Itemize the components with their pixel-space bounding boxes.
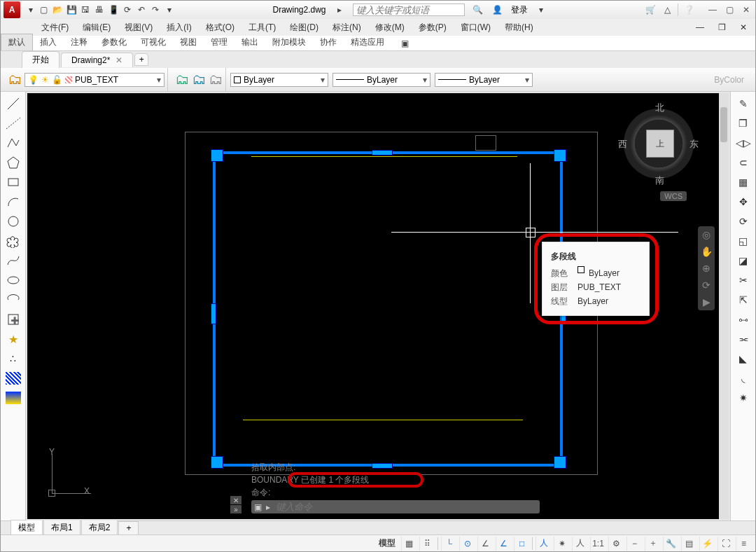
layer-prev-icon[interactable]: 🗂 xyxy=(192,71,206,88)
grip-tl[interactable] xyxy=(211,149,223,162)
fillet-tool[interactable]: ◟ xyxy=(734,369,753,387)
signin-arrow-icon[interactable]: ▾ xyxy=(535,4,547,16)
annotation-scale-label[interactable]: 1:1 xyxy=(590,537,606,551)
tab-drawing2[interactable]: Drawing2* ✕ xyxy=(61,53,133,67)
zoom-minus-icon[interactable]: − xyxy=(626,537,642,551)
zoom-plus-icon[interactable]: ＋ xyxy=(645,537,660,551)
tab-add-button[interactable]: + xyxy=(134,53,148,66)
redo-icon[interactable]: ↷ xyxy=(149,4,162,16)
zoom-extents-icon[interactable]: ⊕ xyxy=(702,263,710,274)
menu-insert[interactable]: 插入(I) xyxy=(161,20,197,35)
ribbon-tab-addins[interactable]: 附加模块 xyxy=(265,34,313,50)
rotate-tool[interactable]: ⟳ xyxy=(734,212,753,230)
point-tool[interactable]: ∴ xyxy=(4,350,23,368)
cmd-terminal-icon[interactable]: ▣ xyxy=(254,502,262,512)
minimize-button[interactable]: — xyxy=(706,5,719,15)
cmd-close-icon[interactable]: ✕ xyxy=(230,496,241,504)
cmd-arrow-icon[interactable]: ▸ xyxy=(266,502,270,512)
menu-tools[interactable]: 工具(T) xyxy=(243,20,281,35)
move-tool[interactable]: ✥ xyxy=(734,193,753,211)
grip-bl[interactable] xyxy=(211,456,223,469)
viewcube[interactable]: 上 北 南 西 东 xyxy=(617,102,701,186)
snap-toggle-icon[interactable]: ⠿ xyxy=(419,537,435,551)
cycling-icon[interactable]: 人 xyxy=(572,537,587,551)
user-icon[interactable]: 👤 xyxy=(491,4,504,16)
app-logo-icon[interactable]: A xyxy=(4,1,20,18)
ribbon-tab-collaborate[interactable]: 协作 xyxy=(313,34,344,50)
viewcube-east-label[interactable]: 东 xyxy=(690,138,699,151)
customize-icon[interactable]: 🔧 xyxy=(663,537,678,551)
status-menu-icon[interactable]: ≡ xyxy=(736,537,751,551)
menu-edit[interactable]: 编辑(E) xyxy=(77,20,116,35)
ribbon-tab-default[interactable]: 默认 xyxy=(1,34,33,50)
command-handle[interactable]: ✕ » xyxy=(230,496,241,513)
hatch-tool[interactable] xyxy=(4,369,23,387)
mobile-icon[interactable]: 📱 xyxy=(107,4,120,16)
polar-toggle-icon[interactable]: ⊙ xyxy=(459,537,475,551)
isodraft-icon[interactable]: ∠ xyxy=(477,537,493,551)
scale-tool[interactable]: ◱ xyxy=(734,232,753,250)
mdi-restore-icon[interactable]: ❐ xyxy=(713,21,732,34)
viewcube-west-label[interactable]: 西 xyxy=(618,138,627,151)
erase-tool[interactable]: ✎ xyxy=(734,95,753,113)
a360-icon[interactable]: △ xyxy=(661,4,673,16)
viewcube-top-face[interactable]: 上 xyxy=(646,130,674,158)
vertical-scrollbar[interactable] xyxy=(719,93,729,519)
open-icon[interactable]: 📂 xyxy=(51,4,64,16)
print-icon[interactable]: 🖶 xyxy=(93,4,106,16)
pan-icon[interactable]: ✋ xyxy=(701,246,713,257)
circle-tool[interactable] xyxy=(4,212,23,230)
saveas-icon[interactable]: 🖫 xyxy=(79,4,92,16)
grip-mid-left[interactable] xyxy=(211,303,216,324)
viewcube-north-label[interactable]: 北 xyxy=(655,102,664,114)
array-tool[interactable]: ▦ xyxy=(734,173,753,191)
grip-br[interactable] xyxy=(554,456,566,469)
cmd-expand-icon[interactable]: » xyxy=(230,505,241,513)
help-search[interactable] xyxy=(353,4,465,16)
linetype-arrow-icon[interactable]: ▾ xyxy=(423,75,427,85)
ribbon-tab-featured[interactable]: 精选应用 xyxy=(344,34,391,50)
menu-draw[interactable]: 绘图(D) xyxy=(284,20,324,35)
mirror-tool[interactable]: ◁▷ xyxy=(734,134,753,152)
menu-parametric[interactable]: 参数(P) xyxy=(413,20,452,35)
isolate-icon[interactable]: ▤ xyxy=(681,537,696,551)
layer-iso-icon[interactable]: 🗂 xyxy=(175,71,189,88)
grip-mid-top[interactable] xyxy=(372,150,393,156)
undo-icon[interactable]: ↶ xyxy=(135,4,148,16)
infocenter-icon[interactable]: 🔍 xyxy=(472,4,484,16)
menu-format[interactable]: 格式(O) xyxy=(200,20,240,35)
grip-tr[interactable] xyxy=(554,149,566,162)
layout-tab-layout2[interactable]: 布局2 xyxy=(81,520,118,536)
color-combo[interactable]: ByLayer ▾ xyxy=(230,73,328,87)
layout-tab-layout1[interactable]: 布局1 xyxy=(43,520,80,536)
polygon-tool[interactable] xyxy=(4,153,23,172)
scrollbar-thumb[interactable] xyxy=(720,107,727,142)
close-button[interactable]: ✕ xyxy=(740,5,752,15)
ribbon-tab-manage[interactable]: 管理 xyxy=(204,34,234,50)
layer-combo-arrow-icon[interactable]: ▾ xyxy=(157,75,161,85)
trim-tool[interactable]: ✂ xyxy=(734,271,753,289)
qat-overflow-icon[interactable]: ▾ xyxy=(163,4,176,16)
rectangle-tool[interactable] xyxy=(4,173,23,191)
modelspace-toggle[interactable]: 模型 xyxy=(376,537,398,549)
osnap-toggle-icon[interactable]: ∠ xyxy=(496,537,511,551)
maximize-button[interactable]: ▢ xyxy=(723,5,736,15)
ribbon-tab-annotate[interactable]: 注释 xyxy=(64,34,94,50)
revcloud-tool[interactable] xyxy=(4,232,23,250)
app-menu-arrow-icon[interactable]: ▾ xyxy=(24,4,37,16)
showmotion-icon[interactable]: ▶ xyxy=(703,296,710,308)
cart-icon[interactable]: 🛒 xyxy=(644,4,657,16)
layer-state-icon[interactable]: 🗂 xyxy=(209,71,223,88)
viewcube-south-label[interactable]: 南 xyxy=(655,174,664,187)
signin-label[interactable]: 登录 xyxy=(511,4,528,16)
coord-system-label[interactable]: WCS xyxy=(660,191,687,201)
save-icon[interactable]: 💾 xyxy=(65,4,78,16)
layer-manager-icon[interactable]: 🗂 xyxy=(8,71,22,88)
grid-toggle-icon[interactable]: ▦ xyxy=(401,537,416,551)
ribbon-tab-insert[interactable]: 插入 xyxy=(33,34,64,50)
arc-tool[interactable] xyxy=(4,193,23,211)
ribbon-tab-visualize[interactable]: 可视化 xyxy=(134,34,173,50)
clean-screen-icon[interactable]: ⛶ xyxy=(718,537,733,551)
menu-file[interactable]: 文件(F) xyxy=(36,20,74,35)
command-input-bar[interactable]: ▣ ▸ xyxy=(251,500,540,513)
